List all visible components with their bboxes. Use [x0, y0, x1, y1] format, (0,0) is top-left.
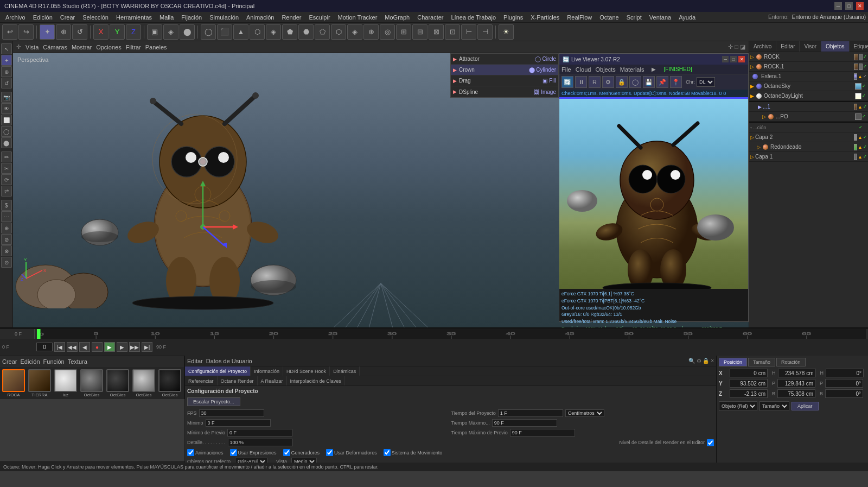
obj-type-select[interactable]: Objeto (Rel): [719, 401, 757, 411]
vp-menu-opciones[interactable]: Opciones: [96, 44, 121, 50]
mat-tierra[interactable]: TIERRA: [28, 369, 51, 397]
prj-vis[interactable]: ✓: [859, 125, 863, 130]
nivel-detalle-check[interactable]: [707, 439, 714, 446]
daylight-vis[interactable]: ✓: [862, 93, 866, 98]
coords-tab-tamano[interactable]: Tamaño: [748, 358, 775, 366]
lv-menu-cloud[interactable]: Cloud: [576, 66, 591, 73]
tool-undo[interactable]: ↩: [2, 24, 17, 40]
lv-tool-lock[interactable]: 🔒: [616, 76, 628, 88]
left-tool-knife[interactable]: ✂: [1, 163, 12, 174]
tool-redo[interactable]: ↪: [18, 24, 34, 40]
menu-xparticles[interactable]: X-Particles: [527, 13, 563, 22]
maximize-button[interactable]: □: [845, 2, 853, 10]
scene-obj-octanesky[interactable]: ▶ OctaneSky ✓: [749, 81, 868, 91]
mat-menu-funcion[interactable]: Función: [43, 358, 65, 365]
tool-spline[interactable]: ⊣: [477, 24, 493, 40]
sistema-mov-check[interactable]: [384, 449, 391, 456]
goto-end-btn[interactable]: ▶|: [142, 342, 152, 352]
menu-octane[interactable]: Octane: [596, 13, 622, 22]
vp-menu-vista[interactable]: Vista: [25, 44, 39, 50]
lv-tool-pin[interactable]: 📌: [656, 76, 668, 88]
left-tool-rotate[interactable]: ↺: [1, 78, 12, 88]
left-tool-s4[interactable]: ⊘: [1, 234, 12, 245]
mat-octglos2[interactable]: OctGlos: [106, 369, 129, 397]
menu-render[interactable]: Render: [278, 13, 304, 22]
mat-menu-textura[interactable]: Textura: [68, 358, 87, 365]
objetos-defecto-select[interactable]: Gris-Azul: [235, 458, 267, 463]
lv-tool-save[interactable]: 💾: [643, 76, 655, 88]
rpr-tab-octane[interactable]: Octane Render: [218, 376, 258, 385]
max-prev-input[interactable]: [510, 429, 575, 437]
lv-tool-geo[interactable]: 📍: [670, 76, 682, 88]
tool-render-all[interactable]: ⬤: [180, 24, 195, 40]
tool-obj14[interactable]: ⊟: [412, 24, 427, 40]
play-btn[interactable]: ▶: [104, 342, 115, 352]
record-btn[interactable]: ●: [92, 342, 103, 352]
coords-tab-rotacion[interactable]: Rotación: [776, 358, 806, 366]
close-button[interactable]: ✕: [856, 2, 864, 10]
menu-esculpir[interactable]: Esculpir: [305, 13, 333, 22]
rpr-tab-interpolacion[interactable]: Interpolación de Claves: [287, 376, 345, 385]
scene-obj-capa1[interactable]: ▷ Capa 1 ▲ ✓: [749, 152, 868, 162]
rp-tab-archivo[interactable]: Archivo: [749, 41, 776, 52]
sub1-vis[interactable]: ✓: [862, 114, 866, 119]
menu-ayuda[interactable]: Ayuda: [675, 13, 699, 22]
menu-realflow[interactable]: RealFlow: [564, 13, 595, 22]
render-datos[interactable]: Datos de Usuario: [206, 358, 252, 364]
lv-menu-materials[interactable]: Materials: [620, 66, 644, 73]
render-editar[interactable]: Editar: [187, 358, 203, 364]
live-viewer-canvas[interactable]: [559, 99, 748, 289]
left-tool-bridge[interactable]: ⇌: [1, 186, 12, 197]
tool-obj6[interactable]: ⬟: [282, 24, 297, 40]
tool-obj8[interactable]: ⬠: [315, 24, 330, 40]
mat-octglos1[interactable]: OctGlos: [80, 369, 103, 397]
left-tool-move[interactable]: ✦: [1, 55, 12, 66]
lv-tool-settings[interactable]: ⚙: [602, 76, 614, 88]
next-frame-btn[interactable]: ▶▶: [129, 342, 140, 352]
tool-deform[interactable]: ⊢: [461, 24, 476, 40]
capa1-vis[interactable]: ✓: [863, 154, 867, 159]
tool-render-region[interactable]: ▣: [147, 24, 162, 40]
mat-octglos3[interactable]: OctGlos: [132, 369, 155, 397]
vp-menu-mostrar[interactable]: Mostrar: [72, 44, 92, 50]
tool-obj16[interactable]: ⊡: [445, 24, 460, 40]
scene-obj-grp1[interactable]: ▶ ...1 ▲ ✓: [749, 102, 868, 112]
scene-obj-rock[interactable]: ▷ ROCK ✓: [749, 52, 868, 62]
menu-simulacion[interactable]: Simulación: [206, 13, 242, 22]
scene-obj-sub1[interactable]: ▷ ...PO ✓: [749, 112, 868, 122]
tool-obj4[interactable]: ⬡: [250, 24, 265, 40]
menu-linea[interactable]: Línea de Trabajo: [448, 13, 500, 22]
window-controls[interactable]: ─ □ ✕: [834, 2, 864, 10]
tool-obj5[interactable]: ◈: [266, 24, 281, 40]
live-viewer-window-controls[interactable]: ─ □ ✕: [722, 56, 745, 62]
vp-menu-filtrar[interactable]: Filtrar: [126, 44, 141, 50]
frame-input[interactable]: [36, 343, 53, 351]
coords-tab-posicion[interactable]: Posición: [719, 358, 747, 366]
mat-menu-crear[interactable]: Crear: [2, 358, 17, 365]
minimo-input[interactable]: [206, 419, 271, 427]
lv-maximize[interactable]: □: [730, 56, 737, 62]
tool-obj10[interactable]: ◈: [347, 24, 362, 40]
lv-menu-file[interactable]: File: [561, 66, 571, 73]
left-tool-sphere[interactable]: ◯: [1, 126, 12, 137]
generadores-check[interactable]: [283, 449, 290, 456]
menu-character[interactable]: Character: [414, 13, 446, 22]
menu-archivo[interactable]: Archivo: [2, 13, 29, 22]
menu-fijacion[interactable]: Fijación: [178, 13, 205, 22]
left-tool-view[interactable]: 👁: [1, 103, 12, 114]
tool-x-axis[interactable]: X: [93, 24, 108, 40]
spline-item-crown[interactable]: ▶ Crown ⬤ Cylinder: [451, 65, 558, 75]
tool-scale[interactable]: ⊕: [56, 24, 71, 40]
menu-malla[interactable]: Malla: [156, 13, 177, 22]
lv-tool-octane[interactable]: 🔄: [561, 76, 573, 88]
tool-obj3[interactable]: ▲: [233, 24, 248, 40]
scene-obj-prj[interactable]: ◦ ...ción ✓: [749, 123, 868, 132]
size-type-select[interactable]: Tamaño: [760, 401, 789, 411]
left-tool-scale[interactable]: ⊕: [1, 66, 12, 77]
spline-item-dspline[interactable]: ▶ DSpline 🖼 Image: [451, 86, 558, 97]
left-tool-s6[interactable]: ⊙: [1, 257, 12, 268]
tool-obj12[interactable]: ◎: [380, 24, 395, 40]
tool-move[interactable]: ✦: [40, 24, 55, 40]
menu-motion[interactable]: Motion Tracker: [335, 13, 381, 22]
tool-render-active[interactable]: ◈: [163, 24, 178, 40]
